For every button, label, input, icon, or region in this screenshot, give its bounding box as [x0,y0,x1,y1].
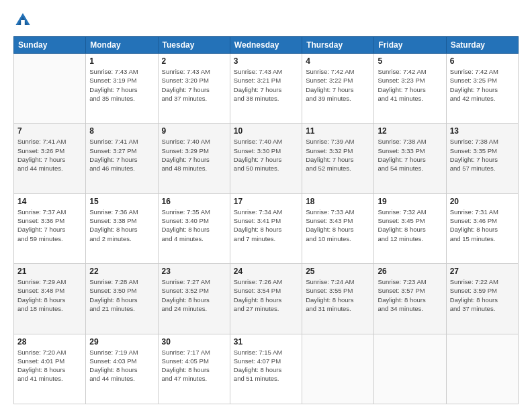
day-info: Sunrise: 7:31 AM Sunset: 3:46 PM Dayligh… [450,208,515,243]
calendar-cell: 29Sunrise: 7:19 AM Sunset: 4:03 PM Dayli… [86,334,158,404]
day-info: Sunrise: 7:32 AM Sunset: 3:45 PM Dayligh… [378,208,442,243]
calendar-cell: 31Sunrise: 7:15 AM Sunset: 4:07 PM Dayli… [230,334,302,404]
calendar-week-row: 7Sunrise: 7:41 AM Sunset: 3:26 PM Daylig… [14,124,519,193]
day-info: Sunrise: 7:27 AM Sunset: 3:52 PM Dayligh… [162,277,226,313]
calendar-cell: 23Sunrise: 7:27 AM Sunset: 3:52 PM Dayli… [158,264,230,334]
calendar-week-row: 14Sunrise: 7:37 AM Sunset: 3:36 PM Dayli… [14,193,519,263]
day-number: 14 [17,197,82,206]
day-number: 16 [162,197,226,206]
day-info: Sunrise: 7:39 AM Sunset: 3:32 PM Dayligh… [306,137,370,173]
logo [13,11,34,30]
day-number: 21 [17,267,82,276]
day-number: 8 [89,126,154,136]
calendar-week-row: 1Sunrise: 7:43 AM Sunset: 3:19 PM Daylig… [14,54,519,124]
calendar-header-row: SundayMondayTuesdayWednesdayThursdayFrid… [14,37,519,54]
calendar-cell: 7Sunrise: 7:41 AM Sunset: 3:26 PM Daylig… [14,124,86,193]
day-info: Sunrise: 7:26 AM Sunset: 3:54 PM Dayligh… [234,277,298,313]
day-number: 5 [378,56,442,66]
day-number: 31 [234,337,298,347]
day-number: 7 [17,126,82,136]
calendar-cell: 28Sunrise: 7:20 AM Sunset: 4:01 PM Dayli… [14,334,86,404]
day-number: 9 [162,126,226,136]
day-info: Sunrise: 7:24 AM Sunset: 3:55 PM Dayligh… [306,277,370,313]
day-number: 4 [306,56,370,66]
day-number: 6 [450,56,515,66]
calendar-header-saturday: Saturday [446,37,518,54]
day-number: 23 [162,267,226,276]
day-number: 27 [450,267,515,276]
calendar-week-row: 21Sunrise: 7:29 AM Sunset: 3:48 PM Dayli… [14,264,519,334]
day-info: Sunrise: 7:29 AM Sunset: 3:48 PM Dayligh… [17,277,82,313]
calendar-cell: 30Sunrise: 7:17 AM Sunset: 4:05 PM Dayli… [158,334,230,404]
day-info: Sunrise: 7:33 AM Sunset: 3:43 PM Dayligh… [306,208,370,243]
calendar-cell [14,54,86,124]
day-info: Sunrise: 7:15 AM Sunset: 4:07 PM Dayligh… [234,348,298,383]
calendar-cell: 27Sunrise: 7:22 AM Sunset: 3:59 PM Dayli… [446,264,518,334]
page: SundayMondayTuesdayWednesdayThursdayFrid… [0,0,532,411]
calendar-cell: 18Sunrise: 7:33 AM Sunset: 3:43 PM Dayli… [302,193,374,263]
logo-icon [13,11,32,30]
calendar-header-tuesday: Tuesday [158,37,230,54]
day-number: 19 [378,197,442,206]
calendar-cell: 12Sunrise: 7:38 AM Sunset: 3:33 PM Dayli… [374,124,446,193]
day-info: Sunrise: 7:40 AM Sunset: 3:29 PM Dayligh… [162,137,226,173]
calendar-cell: 3Sunrise: 7:43 AM Sunset: 3:21 PM Daylig… [230,54,302,124]
calendar-cell: 5Sunrise: 7:42 AM Sunset: 3:23 PM Daylig… [374,54,446,124]
day-number: 26 [378,267,442,276]
day-number: 28 [17,337,82,347]
calendar-table: SundayMondayTuesdayWednesdayThursdayFrid… [13,36,519,404]
calendar-cell: 1Sunrise: 7:43 AM Sunset: 3:19 PM Daylig… [86,54,158,124]
calendar-cell: 21Sunrise: 7:29 AM Sunset: 3:48 PM Dayli… [14,264,86,334]
day-number: 12 [378,126,442,136]
calendar-cell: 14Sunrise: 7:37 AM Sunset: 3:36 PM Dayli… [14,193,86,263]
day-info: Sunrise: 7:23 AM Sunset: 3:57 PM Dayligh… [378,277,442,313]
day-number: 10 [234,126,298,136]
calendar-cell: 4Sunrise: 7:42 AM Sunset: 3:22 PM Daylig… [302,54,374,124]
day-info: Sunrise: 7:38 AM Sunset: 3:33 PM Dayligh… [378,137,442,173]
day-info: Sunrise: 7:38 AM Sunset: 3:35 PM Dayligh… [450,137,515,173]
day-info: Sunrise: 7:42 AM Sunset: 3:23 PM Dayligh… [378,67,442,103]
day-info: Sunrise: 7:43 AM Sunset: 3:20 PM Dayligh… [162,67,226,103]
calendar-cell [446,334,518,404]
day-info: Sunrise: 7:28 AM Sunset: 3:50 PM Dayligh… [89,277,154,313]
header [13,11,519,30]
day-number: 13 [450,126,515,136]
calendar-cell [302,334,374,404]
calendar-cell: 25Sunrise: 7:24 AM Sunset: 3:55 PM Dayli… [302,264,374,334]
day-number: 22 [89,267,154,276]
calendar-header-monday: Monday [86,37,158,54]
day-number: 1 [89,56,154,66]
day-info: Sunrise: 7:19 AM Sunset: 4:03 PM Dayligh… [89,348,154,383]
calendar-cell: 13Sunrise: 7:38 AM Sunset: 3:35 PM Dayli… [446,124,518,193]
calendar-header-friday: Friday [374,37,446,54]
calendar-cell: 10Sunrise: 7:40 AM Sunset: 3:30 PM Dayli… [230,124,302,193]
day-number: 2 [162,56,226,66]
day-info: Sunrise: 7:37 AM Sunset: 3:36 PM Dayligh… [17,208,82,243]
calendar-cell: 26Sunrise: 7:23 AM Sunset: 3:57 PM Dayli… [374,264,446,334]
day-number: 24 [234,267,298,276]
day-number: 30 [162,337,226,347]
calendar-cell: 22Sunrise: 7:28 AM Sunset: 3:50 PM Dayli… [86,264,158,334]
calendar-cell: 6Sunrise: 7:42 AM Sunset: 3:25 PM Daylig… [446,54,518,124]
day-number: 11 [306,126,370,136]
calendar-cell: 24Sunrise: 7:26 AM Sunset: 3:54 PM Dayli… [230,264,302,334]
day-number: 3 [234,56,298,66]
day-info: Sunrise: 7:20 AM Sunset: 4:01 PM Dayligh… [17,348,82,383]
day-number: 17 [234,197,298,206]
day-info: Sunrise: 7:41 AM Sunset: 3:26 PM Dayligh… [17,137,82,173]
day-info: Sunrise: 7:40 AM Sunset: 3:30 PM Dayligh… [234,137,298,173]
calendar-cell: 11Sunrise: 7:39 AM Sunset: 3:32 PM Dayli… [302,124,374,193]
day-number: 15 [89,197,154,206]
svg-rect-2 [21,20,25,25]
calendar-header-sunday: Sunday [14,37,86,54]
calendar-cell: 15Sunrise: 7:36 AM Sunset: 3:38 PM Dayli… [86,193,158,263]
calendar-header-thursday: Thursday [302,37,374,54]
day-info: Sunrise: 7:36 AM Sunset: 3:38 PM Dayligh… [89,208,154,243]
day-number: 29 [89,337,154,347]
day-info: Sunrise: 7:34 AM Sunset: 3:41 PM Dayligh… [234,208,298,243]
calendar-cell: 16Sunrise: 7:35 AM Sunset: 3:40 PM Dayli… [158,193,230,263]
day-number: 20 [450,197,515,206]
day-number: 25 [306,267,370,276]
day-info: Sunrise: 7:35 AM Sunset: 3:40 PM Dayligh… [162,208,226,243]
calendar-cell: 19Sunrise: 7:32 AM Sunset: 3:45 PM Dayli… [374,193,446,263]
